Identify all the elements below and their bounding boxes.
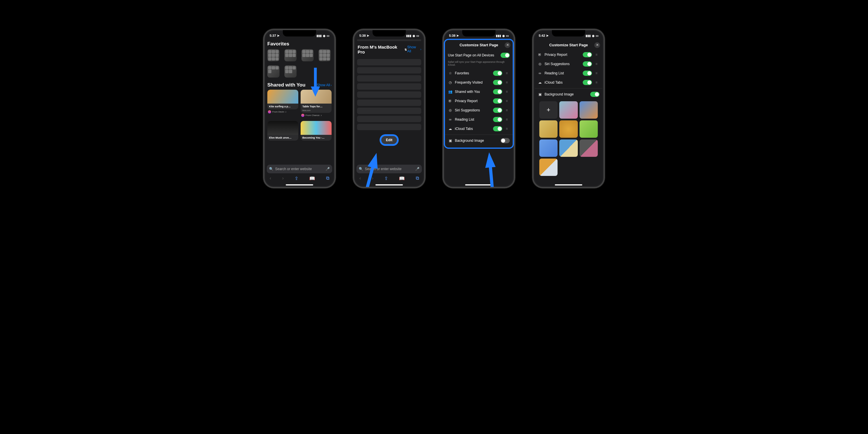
shield-icon: ⛨ [448,99,453,103]
toggle[interactable] [583,71,592,76]
battery-icon: ▭ [416,34,419,37]
bookmarks-button[interactable]: 📖 [399,176,405,181]
background-tile[interactable] [580,120,598,138]
image-icon: ▣ [537,92,542,96]
back-button[interactable]: ‹ [359,176,361,181]
signal-icon: ▮▮▮ [406,34,411,37]
home-indicator[interactable] [286,184,313,185]
tabs-button[interactable]: ⧉ [326,176,329,181]
shared-card[interactable]: Elon Musk unve… [267,121,298,141]
handoff-item[interactable] [357,67,421,73]
toggle[interactable] [493,89,502,94]
favorite-folder[interactable] [318,49,331,61]
back-button[interactable]: ‹ [270,176,271,181]
background-tile[interactable] [559,101,578,119]
updown-icon[interactable]: ⇅ [404,48,407,51]
home-indicator[interactable] [376,184,403,185]
toggle[interactable] [493,117,502,122]
time: 5:38 [449,34,456,37]
background-tile[interactable] [559,120,578,138]
favorite-folder[interactable] [267,49,279,61]
toggle[interactable] [583,61,592,66]
glasses-icon: ∞ [537,71,542,75]
close-button[interactable]: ✕ [594,42,600,48]
background-tile[interactable] [539,159,558,176]
show-all-link[interactable]: Show All› [317,83,332,87]
setting-row-reading-list: ∞Reading List≡ [537,69,600,78]
bookmarks-button[interactable]: 📖 [309,176,315,181]
drag-handle-icon[interactable]: ≡ [506,90,510,94]
location-icon: ➤ [456,34,459,38]
handoff-item[interactable] [357,116,421,122]
favorite-folder[interactable] [284,49,297,61]
shared-card[interactable]: Kite surfing a p… [267,90,298,110]
handoff-item[interactable] [357,83,421,90]
background-tile[interactable] [559,140,578,157]
toggle[interactable] [493,98,502,103]
favorite-folder[interactable] [267,65,279,78]
toggle-background[interactable] [590,92,599,97]
add-background-button[interactable]: + [539,101,558,119]
background-tile[interactable] [539,120,558,138]
wifi-icon: ◉ [592,34,595,37]
toggle[interactable] [583,52,592,57]
handoff-item[interactable] [357,107,421,114]
home-indicator[interactable] [555,184,582,185]
from-row[interactable]: From Devin› [267,110,298,115]
home-indicator[interactable] [465,184,493,185]
drag-handle-icon[interactable]: ≡ [506,99,510,103]
card-image [267,121,298,135]
drag-handle-icon[interactable]: ≡ [506,118,510,122]
background-tile[interactable] [539,140,558,157]
handoff-item[interactable] [357,75,421,82]
drag-handle-icon[interactable]: ≡ [506,127,510,131]
edit-button[interactable]: Edit [381,136,397,144]
close-button[interactable]: ✕ [505,42,510,48]
setting-label: Reading List [455,118,491,122]
setting-label: Privacy Report [455,99,491,103]
drag-handle-icon[interactable]: ≡ [595,81,599,85]
forward-button[interactable]: › [282,176,283,181]
setting-row-siri-suggestions: ◎Siri Suggestions≡ [537,59,600,69]
forward-button[interactable]: › [372,176,373,181]
show-all-link[interactable]: Show All› [407,45,421,53]
handoff-item[interactable] [357,124,421,130]
search-bar[interactable]: 🔍 Search or enter website 🎤 [267,165,332,173]
mic-icon[interactable]: 🎤 [326,167,330,171]
drag-handle-icon[interactable]: ≡ [595,53,599,57]
drag-handle-icon[interactable]: ≡ [595,71,599,75]
from-row[interactable]: From Chance› [301,113,332,119]
toggle[interactable] [493,71,502,76]
drag-handle-icon[interactable]: ≡ [595,62,599,66]
drag-handle-icon[interactable]: ≡ [506,108,510,112]
tabs-button[interactable]: ⧉ [416,176,419,181]
mic-icon[interactable]: 🎤 [415,167,420,171]
location-icon: ➤ [367,34,369,38]
toggle[interactable] [493,107,502,113]
toggle-background[interactable] [500,138,510,143]
toggle[interactable] [493,80,502,85]
drag-handle-icon[interactable]: ≡ [506,71,510,75]
toggle[interactable] [583,80,592,85]
background-tile[interactable] [580,140,598,157]
handoff-item[interactable] [357,91,421,98]
cloud-icon: ☁ [448,127,453,131]
signal-icon: ▮▮▮ [496,34,501,37]
drag-handle-icon[interactable]: ≡ [506,81,510,85]
toggle-sync[interactable] [500,53,510,58]
handoff-item[interactable] [357,99,421,106]
shared-card[interactable]: Becoming You -… [301,121,332,141]
share-button[interactable]: ⇪ [294,176,298,181]
setting-label: Siri Suggestions [455,108,491,112]
handoff-item[interactable] [357,59,421,65]
modal-header: Customize Start Page ✕ [535,40,602,50]
sync-hint: Safari will sync your Start Page appeara… [447,60,510,69]
toggle[interactable] [493,126,502,131]
favorite-folder[interactable] [302,49,314,61]
shared-heading: Shared with You [267,82,306,88]
share-button[interactable]: ⇪ [384,176,388,181]
background-tile[interactable] [580,101,598,119]
favorite-folder[interactable] [284,65,297,78]
notch [373,30,406,36]
search-bar[interactable]: 🔍 Search or enter website 🎤 [356,165,422,173]
